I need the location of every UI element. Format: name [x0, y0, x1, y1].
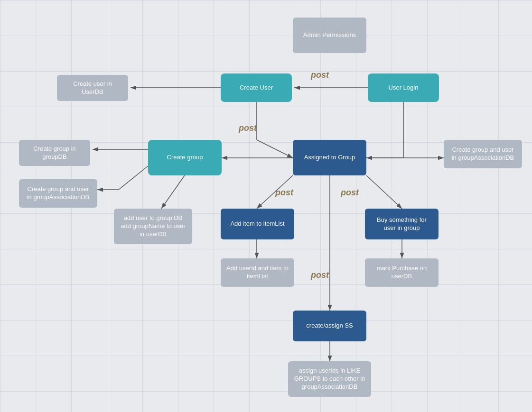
create-group-groupdb-node: Create group in groupDB: [19, 140, 90, 166]
post-label-2: post: [239, 123, 257, 133]
post-label-3: post: [275, 188, 293, 198]
user-login-node: User Login: [368, 73, 439, 102]
create-assign-ss-node: create/assign SS: [293, 311, 366, 341]
svg-line-12: [161, 175, 185, 209]
assign-userids-node: assign userIds in LIKE GROUPS to each ot…: [288, 361, 371, 397]
create-user-db-node: Create user in UserDB: [57, 75, 128, 101]
add-userid-item-node: Add userId and item to itemList: [221, 258, 294, 287]
create-user-node: Create User: [221, 73, 292, 102]
add-user-group-node: add user to group DB add groupName to us…: [114, 209, 192, 244]
svg-line-4: [257, 140, 293, 158]
create-group-user-assoc1-node: Create group and user in groupAssociatio…: [19, 179, 97, 208]
add-item-itemlist-node: Add item to itemList: [221, 209, 294, 239]
svg-line-14: [366, 175, 402, 209]
create-group-node: Create group: [148, 140, 222, 175]
mark-purchase-node: mark Purchase on userDB: [365, 258, 439, 287]
svg-line-9: [119, 166, 148, 190]
buy-something-node: Buy something for user in group: [365, 209, 439, 239]
assigned-to-group-node: Assigned to Group: [293, 140, 366, 175]
create-group-user-assoc2-node: Create group and user in groupAssociatio…: [444, 140, 522, 168]
post-label-5: post: [311, 270, 329, 280]
post-label-1: post: [311, 70, 329, 80]
admin-permissions-node: Admin Permissions: [293, 18, 366, 53]
post-label-4: post: [341, 188, 359, 198]
diagram-container: Admin Permissions Create User User Login…: [0, 0, 532, 412]
